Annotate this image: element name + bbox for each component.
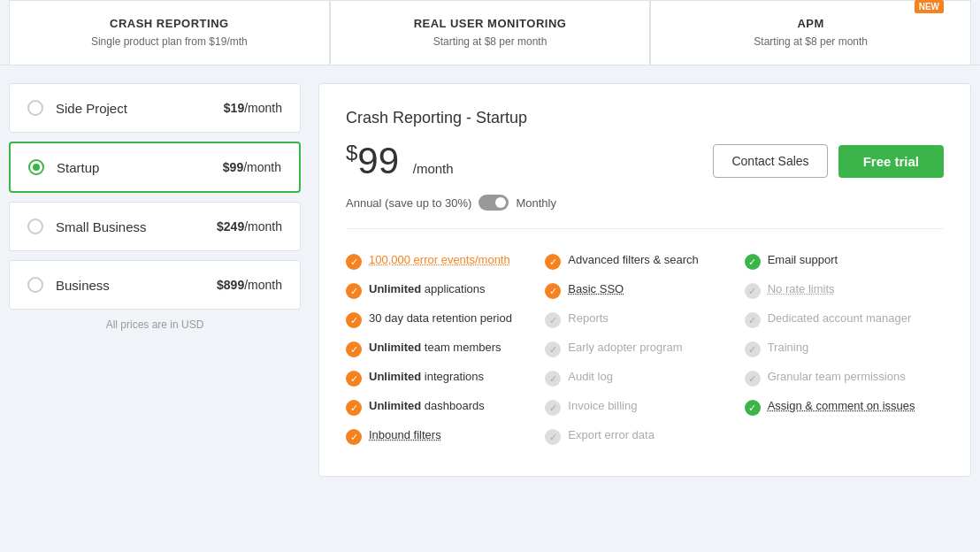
feature-col-2: ✓Email support✓No rate limits✓Dedicated … — [745, 247, 944, 451]
plan-radio — [27, 218, 43, 234]
feature-check-icon: ✓ — [545, 283, 561, 299]
feature-item: ✓No rate limits — [745, 276, 944, 305]
feature-check-icon: ✓ — [346, 283, 362, 299]
plan-name: Startup — [57, 160, 223, 175]
monthly-label: Monthly — [516, 196, 556, 210]
feature-text: Dedicated account manager — [768, 311, 912, 325]
action-buttons: Contact Sales Free trial — [713, 144, 944, 178]
feature-item: ✓Audit log — [545, 364, 744, 393]
plan-option-startup[interactable]: Startup $99/month — [9, 142, 301, 193]
tab-subtitle: Starting at $8 per month — [340, 35, 641, 48]
feature-text: Unlimited applications — [369, 282, 486, 295]
plan-price: $99/month — [223, 160, 281, 174]
feature-text: Reports — [568, 311, 609, 325]
feature-check-icon: ✓ — [545, 429, 561, 445]
feature-check-icon: ✓ — [545, 400, 561, 416]
feature-text: No rate limits — [768, 282, 835, 295]
feature-text: Audit log — [568, 370, 613, 383]
plan-radio — [27, 100, 43, 116]
plan-option-business[interactable]: Business $899/month — [9, 260, 301, 310]
feature-check-icon: ✓ — [545, 312, 561, 328]
feature-item: ✓Unlimited team members — [346, 334, 545, 364]
feature-text: Granular team permissions — [768, 370, 906, 383]
feature-item: ✓30 day data retention period — [346, 305, 545, 334]
feature-check-icon: ✓ — [545, 371, 561, 387]
plan-name: Business — [56, 278, 217, 293]
price-display: $99 /month — [346, 140, 454, 182]
top-tabs-container: CRASH REPORTINGSingle product plan from … — [0, 0, 980, 65]
plan-radio — [28, 159, 44, 175]
feature-item: ✓Unlimited integrations — [346, 364, 545, 393]
tab-title: APM — [660, 17, 961, 30]
feature-check-icon: ✓ — [745, 400, 761, 416]
feature-text: Assign & comment on issues — [768, 399, 915, 412]
contact-sales-button[interactable]: Contact Sales — [713, 144, 827, 178]
feature-text: Unlimited integrations — [369, 370, 484, 383]
plan-option-small-business[interactable]: Small Business $249/month — [9, 202, 301, 251]
feature-check-icon: ✓ — [346, 341, 362, 357]
feature-item: ✓Unlimited applications — [346, 276, 545, 305]
feature-item: ✓Reports — [545, 305, 744, 334]
sidebar: Side Project $19/month Startup $99/month… — [9, 83, 301, 477]
feature-check-icon: ✓ — [346, 312, 362, 328]
feature-item: ✓Export error data — [545, 422, 744, 451]
tab-subtitle: Single product plan from $19/mth — [19, 35, 320, 48]
feature-item: ✓100,000 error events/month — [346, 247, 545, 276]
plan-price: $899/month — [217, 278, 282, 292]
price-period: /month — [413, 161, 454, 176]
plan-option-side-project[interactable]: Side Project $19/month — [9, 83, 301, 133]
feature-item: ✓Email support — [745, 247, 944, 276]
features-grid: ✓100,000 error events/month✓Unlimited ap… — [346, 247, 944, 451]
feature-item: ✓Inbound filters — [346, 422, 545, 451]
feature-check-icon: ✓ — [745, 312, 761, 328]
feature-item: ✓Assign & comment on issues — [745, 393, 944, 422]
feature-check-icon: ✓ — [745, 283, 761, 299]
price-amount: $99 — [346, 140, 410, 181]
detail-panel: Crash Reporting - Startup $99 /month Con… — [318, 83, 971, 477]
tab-apm[interactable]: NEWNEWAPMStarting at $8 per month — [650, 0, 971, 65]
feature-check-icon: ✓ — [346, 429, 362, 445]
prices-note: All prices are in USD — [9, 318, 301, 331]
feature-check-icon: ✓ — [346, 400, 362, 416]
price-dollar: $ — [346, 141, 357, 165]
feature-item: ✓Dedicated account manager — [745, 305, 944, 334]
tab-rum[interactable]: REAL USER MONITORINGStarting at $8 per m… — [330, 0, 651, 65]
tab-title: CRASH REPORTING — [19, 17, 320, 30]
feature-text: Advanced filters & search — [568, 253, 698, 266]
plan-price: $19/month — [224, 101, 282, 115]
feature-text: Training — [768, 341, 808, 354]
feature-check-icon: ✓ — [745, 341, 761, 357]
feature-check-icon: ✓ — [745, 254, 761, 270]
main-content: Side Project $19/month Startup $99/month… — [0, 65, 980, 494]
free-trial-button[interactable]: Free trial — [838, 145, 944, 178]
feature-col-1: ✓Advanced filters & search✓Basic SSO✓Rep… — [545, 247, 744, 451]
feature-text: Inbound filters — [369, 428, 441, 441]
feature-text: Invoice billing — [568, 399, 637, 412]
tab-subtitle: Starting at $8 per month — [660, 35, 961, 48]
feature-check-icon: ✓ — [346, 371, 362, 387]
feature-text: Email support — [768, 253, 838, 266]
annual-label: Annual (save up to 30%) — [346, 196, 471, 210]
billing-toggle-row: Annual (save up to 30%) Monthly — [346, 195, 944, 229]
feature-check-icon: ✓ — [545, 341, 561, 357]
plan-name: Small Business — [56, 219, 217, 234]
tab-crash-reporting[interactable]: CRASH REPORTINGSingle product plan from … — [9, 0, 330, 65]
feature-text: Unlimited dashboards — [369, 399, 485, 412]
feature-col-0: ✓100,000 error events/month✓Unlimited ap… — [346, 247, 545, 451]
feature-text: Early adopter program — [568, 341, 682, 354]
feature-check-icon: ✓ — [346, 254, 362, 270]
tab-title: REAL USER MONITORING — [340, 17, 641, 30]
feature-text: Unlimited team members — [369, 341, 501, 354]
new-badge: NEW — [915, 0, 944, 13]
feature-item: ✓Training — [745, 334, 944, 364]
feature-text: 100,000 error events/month — [369, 253, 510, 266]
price-row: $99 /month Contact Sales Free trial — [346, 140, 944, 182]
toggle-knob — [495, 197, 506, 208]
feature-item: ✓Early adopter program — [545, 334, 744, 364]
plan-radio — [27, 277, 43, 293]
billing-toggle[interactable] — [479, 195, 509, 211]
plan-price: $249/month — [217, 219, 282, 234]
feature-item: ✓Invoice billing — [545, 393, 744, 422]
feature-text: Export error data — [568, 428, 655, 441]
feature-item: ✓Advanced filters & search — [545, 247, 744, 276]
